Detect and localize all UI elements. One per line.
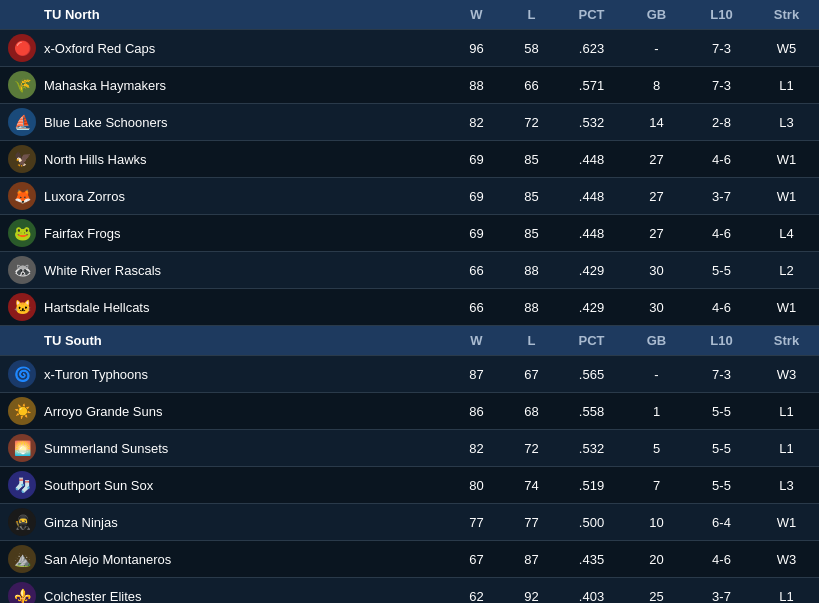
team-name: North Hills Hawks: [44, 152, 147, 167]
col-gb: GB: [624, 326, 689, 356]
team-pct: .558: [559, 393, 624, 430]
team-losses: 85: [504, 215, 559, 252]
team-cell: 🦅 North Hills Hawks: [0, 141, 449, 178]
team-pct: .623: [559, 30, 624, 67]
table-row[interactable]: 🐸 Fairfax Frogs 69 85 .448 27 4-6 L4: [0, 215, 819, 252]
table-row[interactable]: 🐱 Hartsdale Hellcats 66 88 .429 30 4-6 W…: [0, 289, 819, 326]
col-w: W: [449, 0, 504, 30]
team-wins: 69: [449, 141, 504, 178]
col-gb: GB: [624, 0, 689, 30]
team-strk: L1: [754, 578, 819, 604]
team-cell: ⚜️ Colchester Elites: [0, 578, 449, 604]
team-l10: 6-4: [689, 504, 754, 541]
team-name: Southport Sun Sox: [44, 478, 153, 493]
team-gb: 10: [624, 504, 689, 541]
team-strk: L3: [754, 467, 819, 504]
col-w: W: [449, 326, 504, 356]
team-gb: 30: [624, 252, 689, 289]
team-l10: 5-5: [689, 393, 754, 430]
team-losses: 85: [504, 141, 559, 178]
team-l10: 7-3: [689, 356, 754, 393]
team-name: Arroyo Grande Suns: [44, 404, 163, 419]
team-losses: 66: [504, 67, 559, 104]
col-l: L: [504, 326, 559, 356]
division-header: TU North W L PCT GB L10 Strk: [0, 0, 819, 30]
team-wins: 66: [449, 289, 504, 326]
team-wins: 82: [449, 104, 504, 141]
team-cell: 🧦 Southport Sun Sox: [0, 467, 449, 504]
team-strk: L1: [754, 67, 819, 104]
team-gb: 1: [624, 393, 689, 430]
table-row[interactable]: ⛵ Blue Lake Schooners 82 72 .532 14 2-8 …: [0, 104, 819, 141]
team-losses: 72: [504, 430, 559, 467]
team-pct: .532: [559, 104, 624, 141]
team-name: Mahaska Haymakers: [44, 78, 166, 93]
team-cell: 🦝 White River Rascals: [0, 252, 449, 289]
table-row[interactable]: 🌅 Summerland Sunsets 82 72 .532 5 5-5 L1: [0, 430, 819, 467]
table-row[interactable]: ⚜️ Colchester Elites 62 92 .403 25 3-7 L…: [0, 578, 819, 604]
team-l10: 2-8: [689, 104, 754, 141]
table-row[interactable]: 🌾 Mahaska Haymakers 88 66 .571 8 7-3 L1: [0, 67, 819, 104]
team-wins: 67: [449, 541, 504, 578]
team-l10: 5-5: [689, 467, 754, 504]
team-cell: 🔴 x-Oxford Red Caps: [0, 30, 449, 67]
team-pct: .500: [559, 504, 624, 541]
team-logo: 🐱: [8, 293, 36, 321]
team-gb: 5: [624, 430, 689, 467]
team-gb: 27: [624, 178, 689, 215]
team-name: San Alejo Montaneros: [44, 552, 171, 567]
table-row[interactable]: ⛰️ San Alejo Montaneros 67 87 .435 20 4-…: [0, 541, 819, 578]
table-row[interactable]: 🦊 Luxora Zorros 69 85 .448 27 3-7 W1: [0, 178, 819, 215]
team-pct: .448: [559, 141, 624, 178]
team-strk: L1: [754, 393, 819, 430]
team-logo: 🦅: [8, 145, 36, 173]
table-row[interactable]: 🥷 Ginza Ninjas 77 77 .500 10 6-4 W1: [0, 504, 819, 541]
table-row[interactable]: 🔴 x-Oxford Red Caps 96 58 .623 - 7-3 W5: [0, 30, 819, 67]
team-cell: 🥷 Ginza Ninjas: [0, 504, 449, 541]
team-name: Colchester Elites: [44, 589, 142, 604]
table-row[interactable]: 🌀 x-Turon Typhoons 87 67 .565 - 7-3 W3: [0, 356, 819, 393]
team-wins: 66: [449, 252, 504, 289]
team-logo: 🥷: [8, 508, 36, 536]
team-strk: W1: [754, 141, 819, 178]
team-pct: .448: [559, 215, 624, 252]
team-wins: 82: [449, 430, 504, 467]
team-cell: ☀️ Arroyo Grande Suns: [0, 393, 449, 430]
team-l10: 4-6: [689, 215, 754, 252]
table-row[interactable]: 🦝 White River Rascals 66 88 .429 30 5-5 …: [0, 252, 819, 289]
team-l10: 4-6: [689, 289, 754, 326]
table-row[interactable]: 🧦 Southport Sun Sox 80 74 .519 7 5-5 L3: [0, 467, 819, 504]
team-gb: 30: [624, 289, 689, 326]
team-strk: W5: [754, 30, 819, 67]
team-l10: 3-7: [689, 178, 754, 215]
team-l10: 3-7: [689, 578, 754, 604]
team-logo: 🌅: [8, 434, 36, 462]
team-strk: W1: [754, 289, 819, 326]
team-wins: 77: [449, 504, 504, 541]
team-logo: ☀️: [8, 397, 36, 425]
team-name: Blue Lake Schooners: [44, 115, 168, 130]
team-pct: .571: [559, 67, 624, 104]
team-cell: ⛵ Blue Lake Schooners: [0, 104, 449, 141]
standings-table: TU North W L PCT GB L10 Strk 🔴 x-Oxford …: [0, 0, 819, 603]
team-l10: 4-6: [689, 141, 754, 178]
team-wins: 80: [449, 467, 504, 504]
team-strk: L1: [754, 430, 819, 467]
team-gb: -: [624, 356, 689, 393]
team-logo: 🌀: [8, 360, 36, 388]
team-wins: 69: [449, 178, 504, 215]
team-gb: 27: [624, 141, 689, 178]
table-row[interactable]: ☀️ Arroyo Grande Suns 86 68 .558 1 5-5 L…: [0, 393, 819, 430]
team-name: x-Oxford Red Caps: [44, 41, 155, 56]
col-l: L: [504, 0, 559, 30]
team-cell: 🌅 Summerland Sunsets: [0, 430, 449, 467]
table-row[interactable]: 🦅 North Hills Hawks 69 85 .448 27 4-6 W1: [0, 141, 819, 178]
team-strk: L2: [754, 252, 819, 289]
team-gb: 25: [624, 578, 689, 604]
team-name: Luxora Zorros: [44, 189, 125, 204]
team-losses: 87: [504, 541, 559, 578]
division-header: TU South W L PCT GB L10 Strk: [0, 326, 819, 356]
team-gb: 20: [624, 541, 689, 578]
team-logo: 🦊: [8, 182, 36, 210]
team-losses: 68: [504, 393, 559, 430]
